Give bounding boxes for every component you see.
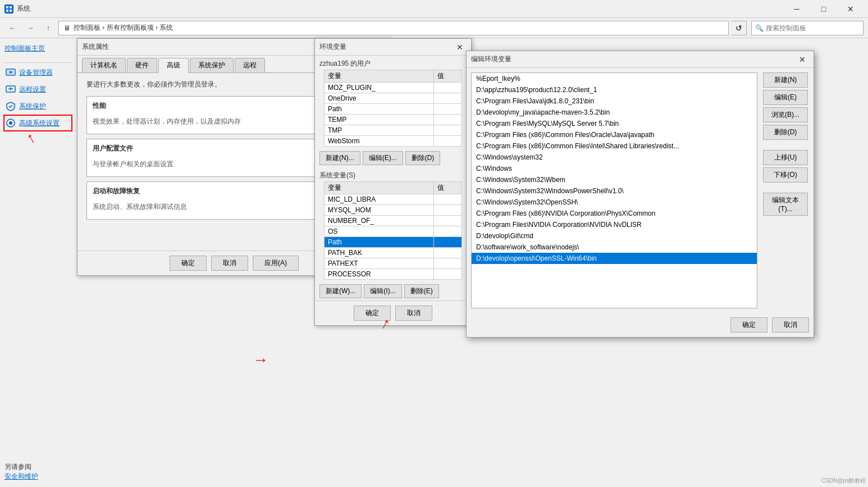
close-button[interactable]: ✕: [838, 1, 864, 17]
sys-vars-title: 系统变量(S): [315, 167, 471, 181]
path-list-item[interactable]: C:\Program Files\MySQL\MySQL Server 5.7\…: [472, 118, 757, 129]
address-box: 🖥 控制面板 › 所有控制面板项 › 系统: [58, 21, 729, 35]
sys-vars-col-value: 值: [434, 182, 462, 194]
sidebar-item-label-0: 设备管理器: [19, 68, 53, 78]
titlebar: 系统 ─ □ ✕: [0, 0, 868, 18]
minimize-button[interactable]: ─: [784, 1, 810, 17]
maximize-button[interactable]: □: [811, 1, 837, 17]
sys-var-row[interactable]: NUMBER_OF_: [325, 216, 462, 226]
user-var-row[interactable]: OneDrive: [325, 93, 462, 104]
tab-system-protection[interactable]: 系统保护: [190, 58, 234, 72]
addressbar: ← → ↑ 🖥 控制面板 › 所有控制面板项 › 系统 ↺ 🔍: [0, 18, 868, 38]
user-var-row[interactable]: TEMP: [325, 115, 462, 125]
sys-var-row[interactable]: PATH_BAK: [325, 248, 462, 258]
user-vars-table-wrap: 变量 值 MOZ_PLUGIN_OneDrivePathTEMPTMPWebSt…: [315, 70, 471, 147]
back-button[interactable]: ←: [4, 20, 20, 36]
path-list-item[interactable]: C:\Program Files\NVIDIA Corporation\NVID…: [472, 219, 757, 230]
user-var-row[interactable]: TMP: [325, 125, 462, 136]
system-props-ok-button[interactable]: 确定: [170, 256, 207, 271]
sidebar-item-device-manager[interactable]: 设备管理器: [4, 65, 71, 80]
sys-var-row[interactable]: MYSQL_HOM: [325, 205, 462, 216]
browse-path-button[interactable]: 浏览(B)...: [763, 107, 808, 122]
env-dialog-footer: 确定 取消: [315, 301, 471, 325]
user-delete-button[interactable]: 删除(D): [405, 151, 441, 165]
sidebar-item-system-protection[interactable]: 系统保护: [4, 99, 71, 113]
path-list-item[interactable]: C:\Windows\System32\OpenSSH\: [472, 197, 757, 208]
edit-text-button[interactable]: 编辑文本(T)...: [763, 193, 808, 216]
path-list-item[interactable]: C:\Windows\system32: [472, 152, 757, 163]
sys-edit-button[interactable]: 编辑(I)...: [364, 284, 401, 298]
path-list-item[interactable]: C:\Program Files\Java\jdk1.8.0_231\bin: [472, 95, 757, 107]
sys-var-row[interactable]: OS: [325, 226, 462, 237]
advanced-settings-icon: [6, 118, 16, 128]
user-var-row[interactable]: WebStorm: [325, 136, 462, 147]
sidebar-item-label-2: 系统保护: [19, 102, 46, 111]
path-list-item[interactable]: C:\Windows: [472, 163, 757, 174]
env-dialog-close-button[interactable]: ✕: [453, 41, 467, 53]
sidebar-item-label-3: 高级系统设置: [19, 119, 60, 128]
up-button[interactable]: ↑: [40, 20, 56, 36]
env-cancel-button[interactable]: 取消: [395, 306, 432, 321]
env-dialog-titlebar: 环境变量 ✕: [315, 39, 471, 56]
sys-vars-table: 变量 值 MIC_LD_LIBRAMYSQL_HOMNUMBER_OF_OSPa…: [324, 181, 462, 280]
refresh-button[interactable]: ↺: [731, 21, 747, 35]
move-down-button[interactable]: 下移(O): [763, 167, 808, 183]
user-var-row[interactable]: MOZ_PLUGIN_: [325, 83, 462, 93]
user-new-button[interactable]: 新建(N)...: [319, 151, 360, 165]
path-list-item[interactable]: C:\Program Files (x86)\Common Files\Orac…: [472, 129, 757, 140]
user-edit-button[interactable]: 编辑(E)...: [363, 151, 403, 165]
path-list-item[interactable]: D:\devolop\Git\cmd: [472, 230, 757, 242]
sidebar-item-remote-settings[interactable]: 远程设置: [4, 82, 71, 97]
system-props-cancel-button[interactable]: 取消: [211, 256, 248, 271]
edit-env-cancel-button[interactable]: 取消: [772, 317, 809, 333]
user-vars-table: 变量 值 MOZ_PLUGIN_OneDrivePathTEMPTMPWebSt…: [324, 70, 462, 147]
window-title: 系统: [17, 4, 784, 13]
sys-vars-btns: 新建(W)... 编辑(I)... 删除(E): [315, 282, 471, 301]
edit-env-footer: 确定 取消: [467, 313, 814, 337]
path-list-item[interactable]: D:\software\work_software\nodejs\: [472, 242, 757, 253]
edit-path-button[interactable]: 编辑(E): [763, 90, 808, 105]
sidebar-item-label-1: 远程设置: [19, 85, 46, 94]
path-list-item[interactable]: C:\Windows\System32\WindowsPowerShell\v1…: [472, 185, 757, 197]
sidebar: 控制面板主页 设备管理器 远程设置 系统保护 高级系统设置 另请参阅 安全和维护: [0, 38, 76, 487]
sys-new-button[interactable]: 新建(W)...: [319, 284, 362, 298]
svg-rect-0: [6, 6, 8, 8]
tab-remote[interactable]: 远程: [235, 58, 265, 72]
path-list-item[interactable]: %Eport_Ikey%: [472, 73, 757, 84]
path-list-item[interactable]: C:\Program Files (x86)\NVIDIA Corporatio…: [472, 208, 757, 219]
path-list-item[interactable]: C:\Windows\System32\Wbem: [472, 174, 757, 185]
sidebar-footer-link[interactable]: 安全和维护: [4, 472, 38, 480]
window-controls: ─ □ ✕: [784, 1, 864, 17]
edit-env-dialog: 编辑环境变量 ✕ %Eport_Ikey%D:\app\zzhua195\pro…: [466, 51, 814, 338]
move-up-button[interactable]: 上移(U): [763, 150, 808, 165]
user-var-row[interactable]: Path: [325, 104, 462, 115]
sidebar-main-link[interactable]: 控制面板主页: [4, 44, 71, 53]
system-props-apply-button[interactable]: 应用(A): [253, 256, 299, 271]
sys-delete-button[interactable]: 删除(E): [404, 284, 439, 298]
path-list-item[interactable]: D:\app\zzhua195\product\12.2.0\client_1: [472, 84, 757, 95]
svg-rect-2: [6, 10, 8, 12]
user-vars-title: zzhua195 的用户: [315, 56, 471, 70]
sys-var-row[interactable]: Path: [325, 237, 462, 248]
arrow-env-btn: →: [253, 351, 268, 369]
forward-button[interactable]: →: [22, 20, 38, 36]
tab-computer-name[interactable]: 计算机名: [82, 58, 126, 72]
tab-advanced[interactable]: 高级: [158, 58, 189, 73]
sidebar-item-advanced-settings[interactable]: 高级系统设置: [4, 116, 71, 130]
search-input[interactable]: [766, 24, 860, 32]
sys-var-row[interactable]: PROCESSOR: [325, 269, 462, 280]
edit-env-ok-button[interactable]: 确定: [730, 317, 768, 333]
sys-var-row[interactable]: PATHEXT: [325, 258, 462, 269]
path-list-item[interactable]: C:\Program Files (x86)\Common Files\Inte…: [472, 140, 757, 152]
edit-env-close-button[interactable]: ✕: [796, 53, 809, 66]
tab-hardware[interactable]: 硬件: [127, 58, 157, 72]
path-list-item[interactable]: D:\devolop\my_java\apache-maven-3.5.2\bi…: [472, 107, 757, 118]
svg-point-6: [10, 71, 12, 74]
path-list[interactable]: %Eport_Ikey%D:\app\zzhua195\product\12.2…: [471, 72, 757, 308]
search-box[interactable]: 🔍: [751, 21, 864, 35]
remote-settings-icon: [6, 84, 16, 94]
new-path-button[interactable]: 新建(N): [763, 72, 808, 88]
sys-var-row[interactable]: MIC_LD_LIBRA: [325, 194, 462, 205]
path-list-item[interactable]: D:\devolop\openssl\OpenSSL-Win64\bin: [472, 253, 757, 264]
delete-path-button[interactable]: 删除(D): [763, 125, 808, 140]
